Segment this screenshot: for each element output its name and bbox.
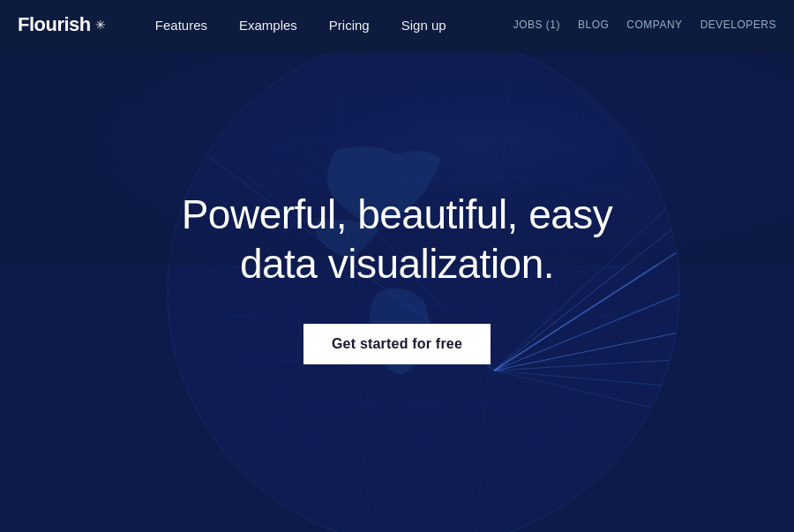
nav-pricing[interactable]: Pricing xyxy=(329,18,370,33)
nav-blog[interactable]: Blog xyxy=(578,19,609,31)
nav-developers[interactable]: Developers xyxy=(700,19,776,31)
logo-text: Flourish xyxy=(18,13,91,36)
hero-title-line1: Powerful, beautiful, easy xyxy=(182,191,613,237)
hero-content: Powerful, beautiful, easy data visualiza… xyxy=(0,49,794,532)
nav-right-links: Jobs (1) Blog Company Developers xyxy=(513,19,776,31)
nav-company[interactable]: Company xyxy=(626,19,682,31)
navbar: Flourish✳ Features Examples Pricing Sign… xyxy=(0,0,794,49)
nav-signup[interactable]: Sign up xyxy=(401,18,446,33)
cta-button[interactable]: Get started for free xyxy=(303,324,491,364)
nav-center-links: Features Examples Pricing Sign up xyxy=(88,18,513,33)
nav-features[interactable]: Features xyxy=(155,18,207,33)
hero-title-line2: data visualization. xyxy=(240,241,554,287)
nav-jobs[interactable]: Jobs (1) xyxy=(513,19,560,31)
hero-section: Flourish✳ Features Examples Pricing Sign… xyxy=(0,0,794,532)
nav-examples[interactable]: Examples xyxy=(239,18,297,33)
hero-title: Powerful, beautiful, easy data visualiza… xyxy=(182,191,613,288)
